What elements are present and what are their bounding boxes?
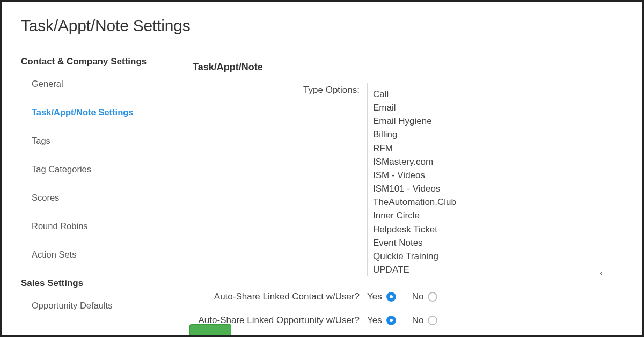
- radio-icon: [386, 292, 396, 302]
- autoshare-contact-yes[interactable]: Yes: [367, 291, 396, 302]
- sidebar-section-sales: Sales Settings Opportunity Defaults: [21, 278, 187, 313]
- autoshare-contact-no[interactable]: No: [412, 291, 438, 302]
- radio-icon: [428, 292, 437, 302]
- radio-icon: [386, 316, 396, 325]
- sidebar-item-round-robins[interactable]: Round Robins: [21, 219, 187, 233]
- autoshare-contact-label: Auto-Share Linked Contact w/User?: [193, 291, 367, 302]
- field-type-options: Type Options:: [193, 83, 626, 279]
- section-heading: Task/Appt/Note: [193, 62, 626, 73]
- autoshare-opportunity-no-label: No: [412, 315, 424, 326]
- sidebar-heading-contact: Contact & Company Settings: [21, 56, 187, 67]
- type-options-label: Type Options:: [193, 83, 367, 96]
- app-frame: Task/Appt/Note Settings Contact & Compan…: [0, 0, 644, 337]
- save-button[interactable]: [189, 324, 231, 337]
- autoshare-opportunity-group: Yes No: [367, 315, 626, 326]
- sidebar-item-opportunity-defaults[interactable]: Opportunity Defaults: [21, 298, 187, 313]
- sidebar-item-task-appt-note-settings[interactable]: Task/Appt/Note Settings: [21, 105, 187, 120]
- sidebar-heading-sales: Sales Settings: [21, 278, 187, 289]
- type-options-control: [367, 83, 626, 279]
- field-autoshare-contact: Auto-Share Linked Contact w/User? Yes No: [193, 291, 626, 302]
- sidebar-item-general[interactable]: General: [21, 77, 187, 91]
- sidebar-item-tags[interactable]: Tags: [21, 134, 187, 148]
- autoshare-contact-group: Yes No: [367, 291, 626, 302]
- autoshare-contact-no-label: No: [412, 291, 424, 302]
- sidebar-section-contact: Contact & Company Settings General Task/…: [21, 56, 187, 262]
- columns: Contact & Company Settings General Task/…: [21, 56, 626, 337]
- sidebar-item-scores[interactable]: Scores: [21, 191, 187, 205]
- page-title: Task/Appt/Note Settings: [21, 17, 626, 35]
- field-autoshare-opportunity: Auto-Share Linked Opportunity w/User? Ye…: [193, 315, 626, 326]
- autoshare-opportunity-no[interactable]: No: [412, 315, 438, 326]
- type-options-textarea[interactable]: [367, 83, 603, 276]
- sidebar-item-tag-categories[interactable]: Tag Categories: [21, 162, 187, 177]
- page-container: Task/Appt/Note Settings Contact & Compan…: [2, 2, 642, 337]
- autoshare-contact-yes-label: Yes: [367, 291, 382, 302]
- autoshare-opportunity-yes[interactable]: Yes: [367, 315, 396, 326]
- main-panel: Task/Appt/Note Type Options: Auto-Share …: [187, 56, 626, 337]
- sidebar-item-action-sets[interactable]: Action Sets: [21, 247, 187, 262]
- radio-icon: [428, 316, 437, 325]
- sidebar: Contact & Company Settings General Task/…: [21, 56, 187, 337]
- autoshare-opportunity-yes-label: Yes: [367, 315, 382, 326]
